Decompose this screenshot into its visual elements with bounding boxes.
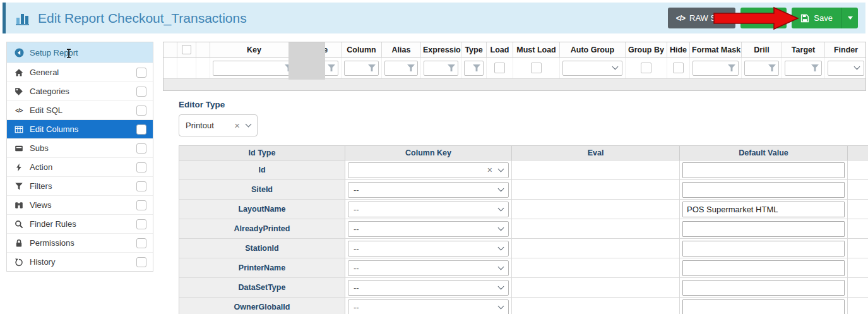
filter-auto-group-select[interactable]	[562, 61, 622, 76]
filter-alias-input[interactable]	[384, 61, 418, 76]
sidebar-item-permissions[interactable]: Permissions	[7, 233, 153, 252]
filter-load-box[interactable]	[494, 63, 505, 73]
chevron-down-icon	[498, 205, 504, 211]
chevron-down-icon	[498, 263, 504, 270]
page: Edit Report Checkout_Transactions </> RA…	[0, 0, 868, 314]
default-value-input[interactable]	[682, 299, 845, 314]
grid-header-key[interactable]: Key	[210, 42, 299, 57]
filter-expression-input[interactable]	[424, 61, 458, 76]
id-type-table-header: Id Type Column Key Eval Default Value	[179, 146, 868, 160]
home-icon	[13, 68, 25, 77]
grid-header-group-by[interactable]: Group By	[626, 42, 667, 57]
filter-group-by-box[interactable]	[641, 63, 651, 73]
column-key-select[interactable]: --	[348, 280, 509, 296]
grid-select-all-cell	[177, 42, 196, 57]
general-checkbox[interactable]	[136, 68, 146, 78]
filter-hide-box[interactable]	[673, 63, 684, 73]
edit-columns-checkbox[interactable]	[136, 124, 146, 135]
default-value-input[interactable]	[682, 162, 845, 178]
column-key-select[interactable]: --	[348, 202, 509, 217]
raw-sql-button[interactable]: </> RAW SQL	[668, 8, 735, 28]
id-type-table: Id Type Column Key Eval Default Value Id…	[179, 145, 868, 314]
save-icon	[800, 14, 809, 23]
grid-header-type[interactable]: Type	[461, 42, 487, 57]
funnel-icon	[13, 182, 25, 191]
default-value-input[interactable]	[682, 202, 845, 217]
save-split-button: Save	[792, 8, 858, 28]
column-key-select[interactable]: --	[348, 260, 509, 276]
row-label: StationId	[179, 239, 345, 258]
funnel-icon	[768, 64, 776, 71]
default-value-input[interactable]	[682, 221, 845, 237]
editor-type-select[interactable]: Printout ×	[179, 114, 258, 136]
default-value-input[interactable]	[682, 280, 845, 296]
chevron-down-icon	[246, 121, 252, 128]
sidebar-item-action[interactable]: Action	[7, 157, 153, 176]
sidebar-item-edit-sql[interactable]: </> Edit SQL	[7, 100, 153, 119]
column-key-select[interactable]: --	[348, 221, 509, 237]
grid-header-finder[interactable]: Finder	[825, 42, 867, 57]
binoculars-icon	[13, 201, 25, 210]
grid-header-auto-group[interactable]: Auto Group	[560, 42, 626, 57]
filter-must-load-box[interactable]	[531, 63, 542, 73]
editor-type-section: Editor Type Printout × Id Type Column Ke…	[179, 100, 868, 314]
table-row: LayoutName --	[179, 200, 868, 219]
filter-key-input[interactable]	[213, 61, 295, 76]
th-eval: Eval	[512, 146, 680, 160]
sidebar-item-categories[interactable]: Categories	[7, 82, 153, 100]
grid-header-hide[interactable]: Hide	[667, 42, 690, 57]
default-value-input[interactable]	[682, 241, 845, 257]
grid-header-must-load[interactable]: Must Load	[513, 42, 560, 57]
chevron-down-icon	[612, 64, 619, 70]
action-checkbox[interactable]	[136, 162, 146, 172]
permissions-checkbox[interactable]	[136, 238, 146, 248]
save-button[interactable]: Save	[792, 8, 841, 28]
run-button[interactable]: Run	[740, 8, 787, 28]
sidebar-item-views[interactable]: Views	[7, 195, 153, 214]
page-title: Edit Report Checkout_Transactions	[38, 11, 247, 26]
grid-header-alias[interactable]: Alias	[382, 42, 421, 57]
categories-checkbox[interactable]	[136, 87, 146, 97]
grid-header-drill[interactable]: Drill	[742, 42, 782, 57]
subs-checkbox[interactable]	[136, 143, 146, 154]
chevron-down-icon	[498, 185, 504, 191]
grid-header-expression[interactable]: Expression	[421, 42, 461, 57]
history-checkbox[interactable]	[136, 257, 146, 267]
sidebar-setup-report[interactable]: Setup Report	[7, 42, 153, 63]
clear-icon[interactable]: ×	[234, 120, 240, 131]
grid-header-load[interactable]: Load	[487, 42, 513, 57]
row-label: PrinterName	[179, 258, 345, 277]
sidebar-item-history[interactable]: History	[7, 252, 153, 271]
filter-drill-input[interactable]	[744, 61, 779, 76]
drag-ghost-overlay	[288, 42, 325, 80]
filter-target-input[interactable]	[785, 61, 822, 76]
grid-header-column[interactable]: Column	[342, 42, 382, 57]
select-all-checkbox[interactable]	[182, 45, 191, 54]
column-key-select[interactable]: --	[348, 241, 509, 257]
grid-header-target[interactable]: Target	[782, 42, 825, 57]
sidebar-item-finder-rules[interactable]: Finder Rules	[7, 214, 153, 233]
filter-column-input[interactable]	[344, 61, 379, 76]
sidebar-item-filters[interactable]: Filters	[7, 176, 153, 195]
edit-sql-checkbox[interactable]	[136, 106, 146, 116]
sidebar-item-subs[interactable]: Subs	[7, 138, 153, 157]
column-key-select[interactable]: --	[348, 182, 509, 198]
clear-icon[interactable]: ×	[487, 165, 492, 175]
default-value-input[interactable]	[682, 260, 845, 276]
filter-type-input[interactable]	[464, 61, 484, 76]
sidebar-item-edit-columns[interactable]: Edit Columns	[7, 119, 153, 138]
views-checkbox[interactable]	[136, 200, 146, 210]
columns-grid: Key Title Column Alias Expression Type L…	[163, 42, 866, 91]
chevron-down-icon	[498, 166, 504, 172]
filter-finder-select[interactable]	[828, 61, 864, 76]
grid-header-format-mask[interactable]: Format Mask	[690, 42, 742, 57]
sidebar-item-general[interactable]: General	[7, 63, 153, 82]
filters-checkbox[interactable]	[136, 181, 146, 191]
save-dropdown-button[interactable]	[841, 8, 858, 28]
raw-sql-label: RAW SQL	[689, 13, 727, 23]
filter-format-mask-input[interactable]	[693, 61, 739, 76]
finder-rules-checkbox[interactable]	[136, 219, 146, 229]
column-key-select[interactable]: ×	[348, 162, 509, 178]
default-value-input[interactable]	[682, 182, 845, 198]
column-key-select[interactable]: --	[348, 299, 509, 314]
